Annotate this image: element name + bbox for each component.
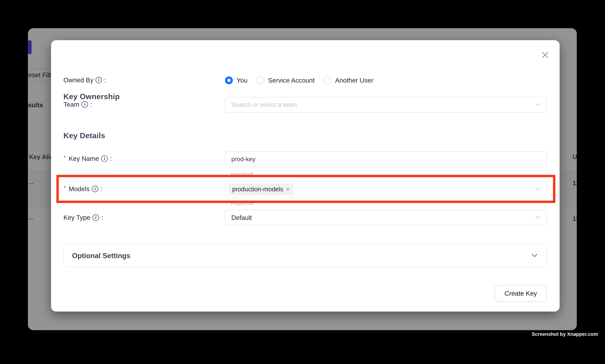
radio-unselected-icon bbox=[257, 77, 264, 84]
tag-remove-icon[interactable]: × bbox=[286, 186, 290, 192]
chevron-down-icon bbox=[535, 187, 540, 191]
section-title-key-ownership: Key Ownership bbox=[64, 92, 120, 101]
key-type-select[interactable]: Default bbox=[225, 210, 547, 226]
close-icon[interactable] bbox=[541, 52, 549, 59]
radio-unselected-icon bbox=[323, 77, 331, 84]
selected-model-tag-label: production-models bbox=[232, 186, 283, 193]
required-asterisk: * bbox=[64, 184, 66, 192]
team-label: Team i : bbox=[64, 101, 92, 108]
create-key-button[interactable]: Create Key bbox=[495, 285, 547, 302]
info-icon[interactable]: i bbox=[93, 214, 99, 221]
radio-you[interactable]: You bbox=[225, 77, 247, 84]
team-select-placeholder: Search or select a team bbox=[231, 101, 297, 108]
optional-settings-title: Optional Settings bbox=[72, 252, 130, 260]
owned-by-radio-group: You Service Account Another User bbox=[225, 77, 373, 84]
key-type-value: Default bbox=[231, 214, 252, 221]
info-icon[interactable]: i bbox=[96, 77, 102, 83]
required-asterisk: * bbox=[64, 154, 66, 161]
owned-by-label: Owned By i : bbox=[64, 76, 106, 84]
models-validation-text: required bbox=[231, 199, 253, 206]
radio-service-account[interactable]: Service Account bbox=[257, 77, 315, 84]
info-icon[interactable]: i bbox=[92, 186, 98, 192]
info-icon[interactable]: i bbox=[81, 101, 88, 108]
models-label: * Models i : bbox=[64, 185, 102, 193]
radio-another-user[interactable]: Another User bbox=[323, 77, 373, 84]
watermark-text: Screenshot by Xnapper.com bbox=[532, 331, 598, 337]
key-name-value: prod-key bbox=[231, 156, 256, 163]
create-key-modal: Key Ownership Owned By i : You Service A… bbox=[51, 40, 560, 312]
chevron-down-icon bbox=[535, 103, 540, 107]
section-title-key-details: Key Details bbox=[64, 131, 105, 140]
chevron-down-icon bbox=[535, 216, 540, 220]
selected-model-tag: production-models × bbox=[229, 183, 293, 195]
team-select[interactable]: Search or select a team bbox=[225, 97, 547, 113]
key-name-validation-text: required bbox=[231, 171, 253, 178]
models-select[interactable]: production-models × bbox=[225, 181, 547, 198]
info-icon[interactable]: i bbox=[101, 155, 108, 162]
radio-selected-icon bbox=[225, 77, 233, 84]
key-name-input[interactable]: prod-key bbox=[225, 151, 547, 167]
chevron-down-icon bbox=[532, 254, 538, 258]
optional-settings-panel[interactable]: Optional Settings bbox=[64, 244, 547, 267]
key-type-label: Key Type i : bbox=[64, 214, 103, 221]
key-name-label: * Key Name i : bbox=[64, 155, 112, 162]
